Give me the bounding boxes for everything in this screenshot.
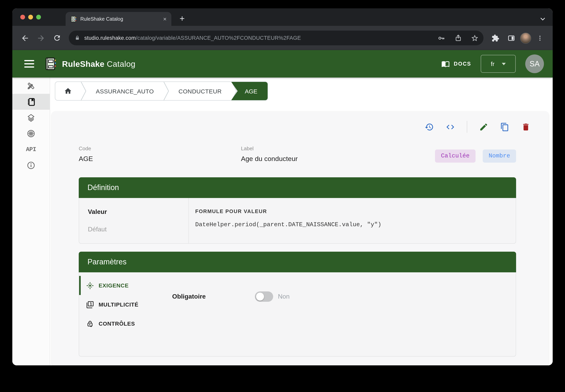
share-icon[interactable] [452, 32, 464, 44]
url-text: studio.ruleshake.com/catalog/variable/AS… [84, 35, 431, 41]
sidebar-item-api[interactable]: API [12, 141, 50, 157]
back-button[interactable] [18, 31, 32, 45]
browser-tab[interactable]: RuleShake Catalog × [66, 12, 171, 26]
sidebar-item-catalog-icon[interactable] [12, 94, 50, 110]
definition-row-valeur[interactable]: Valeur [88, 208, 188, 215]
breadcrumb-item[interactable]: CONDUCTEUR [169, 82, 231, 100]
label-field: Label Age du conducteur [241, 145, 435, 163]
formula-code: DateHelper.period(_parent.DATE_NAISSANCE… [195, 222, 508, 228]
definition-body: Valeur Défaut FORMULE POUR VALEUR DateHe… [79, 198, 516, 244]
browser-toolbar: studio.ruleshake.com/catalog/variable/AS… [12, 26, 553, 50]
api-label: API [26, 146, 36, 153]
close-window-button[interactable] [20, 15, 25, 19]
language-value: fr [491, 60, 494, 67]
tab-controles-label: CONTRÔLES [99, 321, 135, 327]
definition-row-labels: Valeur Défaut [79, 198, 189, 243]
edit-button[interactable] [479, 122, 488, 131]
breadcrumb-home[interactable] [55, 82, 81, 100]
workspace: API ASSURANCE_AUTO [12, 78, 553, 365]
browser-menu-kebab-icon[interactable] [533, 31, 547, 45]
chevron-down-icon [502, 63, 506, 65]
parameters-section: Paramètres EXIGENCE MULTIPLICITÉ [79, 252, 516, 357]
sidebar-item-info-icon[interactable] [12, 157, 50, 173]
sidebar-item-design-icon[interactable] [12, 78, 50, 94]
code-value: AGE [79, 155, 241, 163]
app-title: RuleShake Catalog [62, 59, 135, 69]
docs-book-icon [441, 60, 450, 68]
forward-button[interactable] [34, 31, 48, 45]
label-value: Age du conducteur [241, 155, 435, 163]
code-view-button[interactable] [446, 122, 455, 131]
copy-button[interactable] [500, 122, 509, 131]
side-panel-icon[interactable] [504, 31, 519, 45]
definition-section: Définition Valeur Défaut FORMULE POUR VA… [79, 177, 516, 244]
parameters-header: Paramètres [79, 252, 516, 272]
variable-card: Code AGE Label Age du conducteur Calculé… [52, 111, 549, 365]
parameters-body: EXIGENCE MULTIPLICITÉ [79, 272, 516, 357]
menu-hamburger-icon[interactable] [24, 60, 34, 68]
delete-button[interactable] [521, 122, 530, 131]
docs-label: DOCS [454, 61, 471, 67]
obligatoire-toggle[interactable] [255, 291, 273, 302]
window-controls [20, 15, 41, 19]
card-actions [79, 122, 530, 132]
definition-header: Définition [79, 177, 516, 198]
address-bar[interactable]: studio.ruleshake.com/catalog/variable/AS… [69, 31, 483, 45]
toggle-knob [256, 293, 264, 301]
browser-profile-avatar[interactable] [520, 32, 531, 43]
app-title-bold: RuleShake [62, 59, 104, 68]
header-actions: DOCS fr SA [441, 55, 544, 73]
language-select[interactable]: fr [481, 55, 516, 73]
definition-formula-panel: FORMULE POUR VALEUR DateHelper.period(_p… [189, 198, 516, 243]
sidebar-item-layers-icon[interactable] [12, 110, 50, 126]
variable-summary: Code AGE Label Age du conducteur Calculé… [79, 145, 516, 163]
reload-button[interactable] [50, 31, 64, 45]
tab-multiplicite-label: MULTIPLICITÉ [99, 301, 138, 308]
definition-row-defaut[interactable]: Défaut [88, 226, 188, 233]
badge-type-number: Nombre [483, 150, 516, 163]
tab-search-chevron-icon[interactable] [539, 15, 546, 23]
obligatoire-field: Obligatoire Non [172, 291, 290, 302]
user-avatar[interactable]: SA [525, 55, 544, 73]
ruleshake-logo [45, 57, 56, 70]
flare-icon [86, 282, 94, 289]
bookmark-star-icon[interactable] [468, 32, 481, 44]
main-content: ASSURANCE_AUTO CONDUCTEUR AGE [50, 78, 553, 365]
app-header: RuleShake Catalog DOCS fr SA [12, 50, 553, 78]
breadcrumb-separator [81, 82, 86, 100]
lock-icon [74, 35, 80, 41]
tab-controles[interactable]: CONTRÔLES [79, 314, 206, 333]
sidebar-item-token-icon[interactable] [12, 126, 50, 141]
docs-link[interactable]: DOCS [441, 60, 471, 68]
formula-label: FORMULE POUR VALEUR [195, 208, 508, 214]
url-domain: studio.ruleshake.com [84, 35, 136, 41]
browser-window: RuleShake Catalog × + [12, 8, 553, 365]
tab-exigence-label: EXIGENCE [99, 282, 129, 289]
tab-title: RuleShake Catalog [80, 16, 159, 22]
actions-divider [467, 121, 467, 133]
breadcrumb: ASSURANCE_AUTO CONDUCTEUR AGE [55, 82, 268, 101]
tab-close-icon[interactable]: × [162, 16, 167, 22]
url-path: /catalog/variable/ASSURANCE_AUTO%2FCONDU… [136, 35, 301, 41]
breadcrumb-item[interactable]: ASSURANCE_AUTO [86, 82, 163, 100]
variable-badges: Calculée Nombre [435, 150, 516, 163]
zoom-window-button[interactable] [36, 15, 41, 19]
tab-strip: RuleShake Catalog × + [12, 8, 553, 26]
new-tab-button[interactable]: + [176, 13, 188, 25]
left-sidebar: API [12, 78, 50, 365]
toggle-state-text: Non [278, 293, 290, 300]
password-key-icon[interactable] [435, 32, 448, 44]
breadcrumb-separator [163, 82, 169, 100]
home-icon [64, 87, 72, 95]
tab-favicon [70, 16, 77, 22]
app-brand[interactable]: RuleShake Catalog [45, 57, 135, 70]
history-button[interactable] [425, 122, 434, 131]
label-label: Label [241, 145, 435, 152]
obligatoire-label: Obligatoire [172, 293, 248, 300]
filter-1-icon [86, 301, 94, 308]
code-label: Code [79, 145, 241, 152]
badge-calculated: Calculée [435, 150, 476, 163]
app-title-light: Catalog [107, 59, 135, 68]
minimize-window-button[interactable] [28, 15, 33, 19]
extensions-puzzle-icon[interactable] [488, 31, 503, 45]
